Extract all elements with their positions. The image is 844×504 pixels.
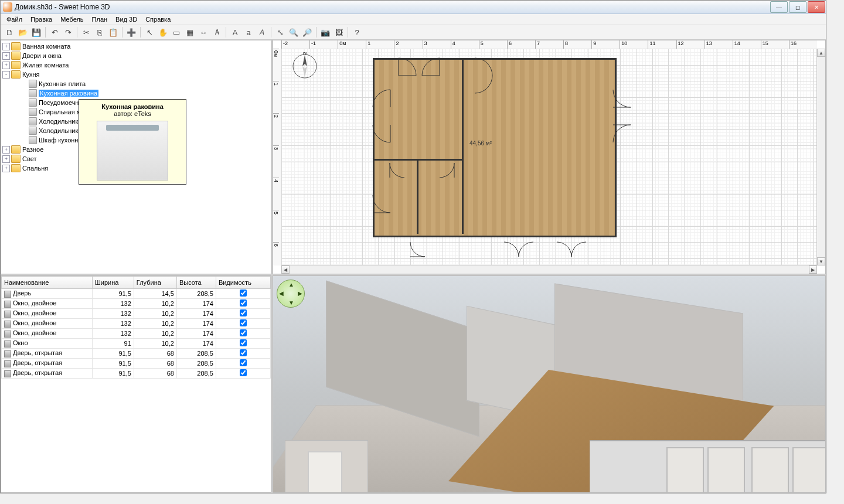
visibility-checkbox[interactable] [240, 319, 247, 326]
help-button[interactable]: ? [350, 26, 363, 39]
undo-button[interactable]: ↶ [48, 26, 61, 39]
text-button[interactable]: Ａ [210, 26, 223, 39]
visibility-checkbox[interactable] [240, 339, 247, 346]
visibility-checkbox[interactable] [240, 290, 247, 297]
plan-scrollbar-vertical[interactable]: ▲ ▼ [816, 49, 825, 265]
view3d-canvas[interactable]: ▲ ▼ ◀ ▶ [273, 276, 825, 492]
visibility-checkbox[interactable] [240, 309, 247, 316]
table-row[interactable]: Окно, двойное 132 10,2 174 [2, 319, 271, 329]
toolbar: 🗋📂💾↶↷✂⎘📋➕↖✋▭▦↔ＡAa𝘈⤡🔍🔎📷🖼? [1, 25, 826, 40]
add-furniture-button[interactable]: ➕ [125, 26, 138, 39]
table-row[interactable]: Окно, двойное 132 10,2 174 [2, 309, 271, 319]
photo-button[interactable]: 🖼 [332, 26, 345, 39]
open-button[interactable]: 📂 [16, 26, 29, 39]
italic-a-button[interactable]: 𝘈 [256, 26, 268, 39]
cut-button[interactable]: ✂ [80, 26, 93, 39]
column-header[interactable]: Ширина [92, 277, 134, 289]
tree-category[interactable]: -Кухня [2, 70, 270, 79]
plan-scrollbar-horizontal[interactable]: ◀ ▶ [281, 265, 817, 274]
visibility-checkbox[interactable] [240, 369, 247, 376]
pointer-button[interactable]: ⤡ [274, 26, 287, 39]
column-header[interactable]: Наименование [2, 277, 93, 289]
tree-category[interactable]: +Ванная комната [2, 42, 270, 51]
content-area: +Ванная комната+Двери и окна+Жилая комна… [1, 40, 826, 493]
small-a-button[interactable]: a [242, 26, 255, 39]
table-row[interactable]: Дверь, открытая 91,5 68 208,5 [2, 349, 271, 359]
scroll-up-icon[interactable]: ▲ [817, 49, 825, 57]
plan-canvas[interactable]: -2-10м12345678910111213141516 0м123456 N… [273, 40, 825, 274]
maximize-button[interactable]: ◻ [789, 1, 806, 13]
column-header[interactable]: Высота [176, 277, 216, 289]
cell-visibility[interactable] [216, 349, 270, 359]
visibility-checkbox[interactable] [240, 359, 247, 366]
pan-button[interactable]: ✋ [156, 26, 169, 39]
table-row[interactable]: Окно, двойное 132 10,2 174 [2, 329, 271, 339]
paste-button[interactable]: 📋 [107, 26, 120, 39]
table-row[interactable]: Дверь, открытая 91,5 68 208,5 [2, 369, 271, 379]
visibility-checkbox[interactable] [240, 349, 247, 356]
save-button[interactable]: 💾 [30, 26, 43, 39]
cell-visibility[interactable] [216, 369, 270, 379]
expand-icon[interactable]: + [2, 52, 10, 60]
wall-button[interactable]: ▭ [170, 26, 183, 39]
menu-справка[interactable]: Справка [142, 15, 174, 23]
folder-icon [11, 70, 21, 79]
table-row[interactable]: Дверь 91,5 14,5 208,5 [2, 289, 271, 299]
menu-вид 3d[interactable]: Вид 3D [112, 15, 141, 23]
big-a-button[interactable]: A [229, 26, 241, 39]
new-button[interactable]: 🗋 [3, 26, 16, 39]
expand-icon[interactable]: + [2, 146, 10, 154]
ruler-tick: 6 [507, 40, 535, 49]
scroll-left-icon[interactable]: ◀ [281, 265, 290, 274]
scroll-down-icon[interactable]: ▼ [817, 257, 825, 265]
scroll-right-icon[interactable]: ▶ [809, 265, 817, 274]
room-button[interactable]: ▦ [183, 26, 196, 39]
cell-visibility[interactable] [216, 339, 270, 349]
visibility-checkbox[interactable] [240, 299, 247, 307]
copy-button[interactable]: ⎘ [93, 26, 106, 39]
titlebar[interactable]: Домик.sh3d - Sweet Home 3D — ◻ ✕ [1, 1, 826, 14]
table-row[interactable]: Окно 91 10,2 174 [2, 339, 271, 349]
column-header[interactable]: Видимость [216, 277, 270, 289]
redo-button[interactable]: ↷ [62, 26, 74, 39]
close-button[interactable]: ✕ [808, 1, 825, 13]
cell-visibility[interactable] [216, 299, 270, 309]
tree-category[interactable]: +Двери и окна [2, 51, 270, 60]
column-header[interactable]: Глубина [134, 277, 176, 289]
window-3d [707, 447, 745, 492]
navigation-pad[interactable]: ▲ ▼ ◀ ▶ [277, 280, 305, 308]
select-button[interactable]: ↖ [143, 26, 156, 39]
room-outline[interactable] [373, 58, 617, 237]
cell-visibility[interactable] [216, 319, 270, 329]
expand-icon[interactable]: + [2, 43, 10, 50]
door-3d [308, 451, 342, 492]
menu-план[interactable]: План [89, 15, 111, 23]
tree-item[interactable]: Кухонная плита [2, 79, 270, 88]
dimension-button[interactable]: ↔ [197, 26, 210, 39]
cell-visibility[interactable] [216, 289, 270, 299]
tree-item[interactable]: Кухонная раковина [2, 88, 270, 98]
menu-мебель[interactable]: Мебель [57, 15, 87, 23]
expand-icon[interactable]: + [2, 62, 10, 69]
menu-файл[interactable]: Файл [3, 15, 26, 23]
folder-icon [11, 61, 21, 69]
wall[interactable] [417, 159, 418, 234]
cell-visibility[interactable] [216, 329, 270, 339]
wall[interactable] [462, 58, 464, 161]
minimize-button[interactable]: — [770, 1, 788, 13]
expand-icon[interactable]: + [2, 165, 10, 172]
expand-icon[interactable]: - [2, 71, 10, 79]
menu-правка[interactable]: Правка [27, 15, 56, 23]
expand-icon[interactable]: + [2, 155, 10, 163]
cell-visibility[interactable] [216, 309, 270, 319]
visibility-checkbox[interactable] [240, 329, 247, 336]
camera-button[interactable]: 📷 [319, 26, 332, 39]
table-row[interactable]: Окно, двойное 132 10,2 174 [2, 299, 271, 309]
table-row[interactable]: Дверь, открытая 91,5 68 208,5 [2, 359, 271, 369]
zoom-in-button[interactable]: 🔍 [287, 26, 300, 39]
cell-visibility[interactable] [216, 359, 270, 369]
wall[interactable] [462, 159, 464, 234]
zoom-out-button[interactable]: 🔎 [301, 26, 314, 39]
furniture-table[interactable]: НаименованиеШиринаГлубинаВысотаВидимость… [1, 276, 271, 379]
tree-category[interactable]: +Жилая комната [2, 60, 270, 70]
